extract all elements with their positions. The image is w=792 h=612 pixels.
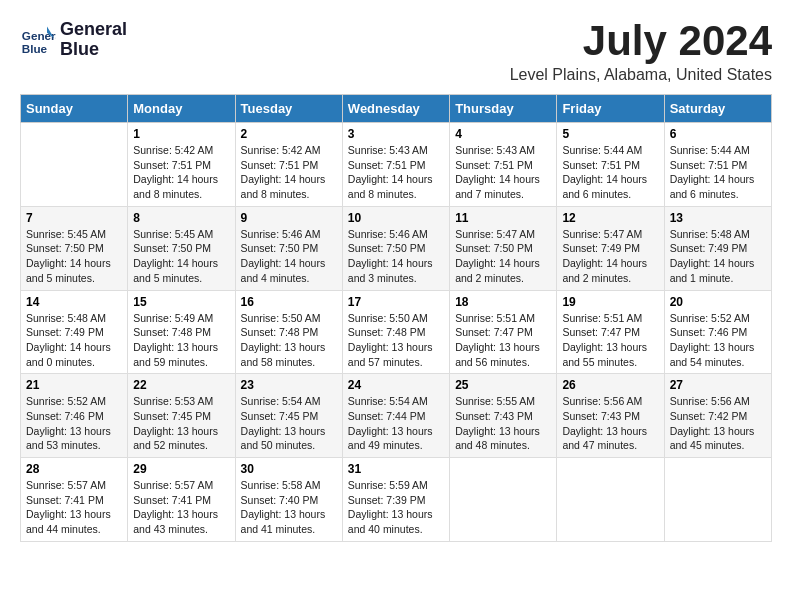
day-info: Sunrise: 5:58 AM Sunset: 7:40 PM Dayligh… (241, 478, 337, 537)
calendar-week-row: 14Sunrise: 5:48 AM Sunset: 7:49 PM Dayli… (21, 290, 772, 374)
day-info: Sunrise: 5:59 AM Sunset: 7:39 PM Dayligh… (348, 478, 444, 537)
day-number: 6 (670, 127, 766, 141)
header-day: Tuesday (235, 95, 342, 123)
day-info: Sunrise: 5:51 AM Sunset: 7:47 PM Dayligh… (455, 311, 551, 370)
calendar-cell: 5Sunrise: 5:44 AM Sunset: 7:51 PM Daylig… (557, 123, 664, 207)
calendar-cell: 13Sunrise: 5:48 AM Sunset: 7:49 PM Dayli… (664, 206, 771, 290)
calendar-cell: 21Sunrise: 5:52 AM Sunset: 7:46 PM Dayli… (21, 374, 128, 458)
page-header: General Blue General Blue July 2024 Leve… (20, 20, 772, 84)
header-day: Monday (128, 95, 235, 123)
calendar-cell: 30Sunrise: 5:58 AM Sunset: 7:40 PM Dayli… (235, 458, 342, 542)
day-info: Sunrise: 5:49 AM Sunset: 7:48 PM Dayligh… (133, 311, 229, 370)
day-number: 23 (241, 378, 337, 392)
day-number: 16 (241, 295, 337, 309)
calendar-cell: 17Sunrise: 5:50 AM Sunset: 7:48 PM Dayli… (342, 290, 449, 374)
calendar-cell: 10Sunrise: 5:46 AM Sunset: 7:50 PM Dayli… (342, 206, 449, 290)
day-info: Sunrise: 5:52 AM Sunset: 7:46 PM Dayligh… (26, 394, 122, 453)
day-info: Sunrise: 5:47 AM Sunset: 7:50 PM Dayligh… (455, 227, 551, 286)
day-info: Sunrise: 5:55 AM Sunset: 7:43 PM Dayligh… (455, 394, 551, 453)
day-number: 31 (348, 462, 444, 476)
calendar-cell: 3Sunrise: 5:43 AM Sunset: 7:51 PM Daylig… (342, 123, 449, 207)
calendar-cell: 31Sunrise: 5:59 AM Sunset: 7:39 PM Dayli… (342, 458, 449, 542)
location: Level Plains, Alabama, United States (510, 66, 772, 84)
day-number: 22 (133, 378, 229, 392)
day-number: 2 (241, 127, 337, 141)
day-number: 14 (26, 295, 122, 309)
day-info: Sunrise: 5:50 AM Sunset: 7:48 PM Dayligh… (241, 311, 337, 370)
day-info: Sunrise: 5:56 AM Sunset: 7:43 PM Dayligh… (562, 394, 658, 453)
calendar-cell: 6Sunrise: 5:44 AM Sunset: 7:51 PM Daylig… (664, 123, 771, 207)
day-number: 9 (241, 211, 337, 225)
day-info: Sunrise: 5:50 AM Sunset: 7:48 PM Dayligh… (348, 311, 444, 370)
day-info: Sunrise: 5:47 AM Sunset: 7:49 PM Dayligh… (562, 227, 658, 286)
day-info: Sunrise: 5:45 AM Sunset: 7:50 PM Dayligh… (26, 227, 122, 286)
day-number: 20 (670, 295, 766, 309)
day-info: Sunrise: 5:48 AM Sunset: 7:49 PM Dayligh… (670, 227, 766, 286)
day-info: Sunrise: 5:43 AM Sunset: 7:51 PM Dayligh… (348, 143, 444, 202)
day-number: 3 (348, 127, 444, 141)
day-info: Sunrise: 5:43 AM Sunset: 7:51 PM Dayligh… (455, 143, 551, 202)
day-number: 5 (562, 127, 658, 141)
calendar-week-row: 28Sunrise: 5:57 AM Sunset: 7:41 PM Dayli… (21, 458, 772, 542)
day-number: 7 (26, 211, 122, 225)
day-info: Sunrise: 5:57 AM Sunset: 7:41 PM Dayligh… (26, 478, 122, 537)
calendar-table: SundayMondayTuesdayWednesdayThursdayFrid… (20, 94, 772, 542)
calendar-cell: 12Sunrise: 5:47 AM Sunset: 7:49 PM Dayli… (557, 206, 664, 290)
day-info: Sunrise: 5:54 AM Sunset: 7:44 PM Dayligh… (348, 394, 444, 453)
day-info: Sunrise: 5:42 AM Sunset: 7:51 PM Dayligh… (241, 143, 337, 202)
day-info: Sunrise: 5:44 AM Sunset: 7:51 PM Dayligh… (562, 143, 658, 202)
calendar-cell: 8Sunrise: 5:45 AM Sunset: 7:50 PM Daylig… (128, 206, 235, 290)
day-info: Sunrise: 5:57 AM Sunset: 7:41 PM Dayligh… (133, 478, 229, 537)
calendar-week-row: 21Sunrise: 5:52 AM Sunset: 7:46 PM Dayli… (21, 374, 772, 458)
day-info: Sunrise: 5:46 AM Sunset: 7:50 PM Dayligh… (348, 227, 444, 286)
day-info: Sunrise: 5:46 AM Sunset: 7:50 PM Dayligh… (241, 227, 337, 286)
calendar-cell: 29Sunrise: 5:57 AM Sunset: 7:41 PM Dayli… (128, 458, 235, 542)
calendar-cell: 25Sunrise: 5:55 AM Sunset: 7:43 PM Dayli… (450, 374, 557, 458)
day-number: 10 (348, 211, 444, 225)
calendar-cell: 11Sunrise: 5:47 AM Sunset: 7:50 PM Dayli… (450, 206, 557, 290)
calendar-cell: 28Sunrise: 5:57 AM Sunset: 7:41 PM Dayli… (21, 458, 128, 542)
logo: General Blue General Blue (20, 20, 127, 60)
calendar-cell: 2Sunrise: 5:42 AM Sunset: 7:51 PM Daylig… (235, 123, 342, 207)
logo-icon: General Blue (20, 22, 56, 58)
calendar-cell (664, 458, 771, 542)
day-number: 17 (348, 295, 444, 309)
header-day: Friday (557, 95, 664, 123)
day-info: Sunrise: 5:42 AM Sunset: 7:51 PM Dayligh… (133, 143, 229, 202)
calendar-cell: 4Sunrise: 5:43 AM Sunset: 7:51 PM Daylig… (450, 123, 557, 207)
calendar-cell: 26Sunrise: 5:56 AM Sunset: 7:43 PM Dayli… (557, 374, 664, 458)
calendar-week-row: 1Sunrise: 5:42 AM Sunset: 7:51 PM Daylig… (21, 123, 772, 207)
calendar-cell: 19Sunrise: 5:51 AM Sunset: 7:47 PM Dayli… (557, 290, 664, 374)
calendar-cell: 23Sunrise: 5:54 AM Sunset: 7:45 PM Dayli… (235, 374, 342, 458)
calendar-cell: 7Sunrise: 5:45 AM Sunset: 7:50 PM Daylig… (21, 206, 128, 290)
calendar-cell: 15Sunrise: 5:49 AM Sunset: 7:48 PM Dayli… (128, 290, 235, 374)
calendar-cell: 24Sunrise: 5:54 AM Sunset: 7:44 PM Dayli… (342, 374, 449, 458)
calendar-cell: 14Sunrise: 5:48 AM Sunset: 7:49 PM Dayli… (21, 290, 128, 374)
header-day: Thursday (450, 95, 557, 123)
svg-text:Blue: Blue (22, 41, 48, 54)
day-number: 4 (455, 127, 551, 141)
day-info: Sunrise: 5:54 AM Sunset: 7:45 PM Dayligh… (241, 394, 337, 453)
calendar-cell (450, 458, 557, 542)
title-block: July 2024 Level Plains, Alabama, United … (510, 20, 772, 84)
calendar-week-row: 7Sunrise: 5:45 AM Sunset: 7:50 PM Daylig… (21, 206, 772, 290)
day-number: 8 (133, 211, 229, 225)
day-number: 30 (241, 462, 337, 476)
day-number: 12 (562, 211, 658, 225)
day-info: Sunrise: 5:45 AM Sunset: 7:50 PM Dayligh… (133, 227, 229, 286)
day-info: Sunrise: 5:52 AM Sunset: 7:46 PM Dayligh… (670, 311, 766, 370)
calendar-cell: 9Sunrise: 5:46 AM Sunset: 7:50 PM Daylig… (235, 206, 342, 290)
calendar-cell: 20Sunrise: 5:52 AM Sunset: 7:46 PM Dayli… (664, 290, 771, 374)
header-day: Saturday (664, 95, 771, 123)
month-title: July 2024 (510, 20, 772, 62)
day-number: 21 (26, 378, 122, 392)
day-number: 26 (562, 378, 658, 392)
day-number: 11 (455, 211, 551, 225)
day-info: Sunrise: 5:48 AM Sunset: 7:49 PM Dayligh… (26, 311, 122, 370)
calendar-cell: 22Sunrise: 5:53 AM Sunset: 7:45 PM Dayli… (128, 374, 235, 458)
day-number: 13 (670, 211, 766, 225)
day-number: 1 (133, 127, 229, 141)
header-row: SundayMondayTuesdayWednesdayThursdayFrid… (21, 95, 772, 123)
calendar-cell: 16Sunrise: 5:50 AM Sunset: 7:48 PM Dayli… (235, 290, 342, 374)
calendar-cell (557, 458, 664, 542)
